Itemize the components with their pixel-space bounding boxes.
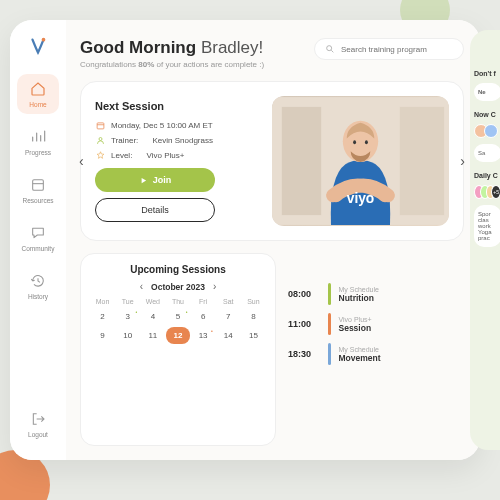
- calendar-day[interactable]: 6: [192, 308, 215, 325]
- svg-point-7: [99, 137, 102, 140]
- svg-point-0: [42, 38, 46, 42]
- calendar-dow: Wed: [141, 298, 164, 305]
- sidebar-item-label: History: [28, 293, 48, 300]
- svg-text:viyo: viyo: [347, 191, 375, 206]
- calendar-day[interactable]: 10: [116, 327, 139, 344]
- calendar-day[interactable]: 15: [242, 327, 265, 344]
- session-date-row: Monday, Dec 5 10:00 AM ET: [95, 120, 260, 130]
- app-window: Home Progress Resources Community Histor…: [10, 20, 480, 460]
- session-row[interactable]: 11:00 Vivo Plus+ Session: [288, 311, 464, 337]
- calendar-icon: [95, 120, 105, 130]
- sidebar-item-label: Home: [29, 101, 46, 108]
- peek-heading-1: Don't f: [474, 70, 500, 77]
- calendar-card: Upcoming Sessions ‹ October 2023 › MonTu…: [80, 253, 276, 446]
- prev-session-button[interactable]: ‹: [79, 153, 84, 169]
- next-session-button[interactable]: ›: [460, 153, 465, 169]
- calendar-day[interactable]: 13•: [192, 327, 215, 344]
- session-color-bar: [328, 283, 331, 305]
- calendar-day[interactable]: 9: [91, 327, 114, 344]
- calendar-day-marker: •: [211, 328, 213, 334]
- calendar-day[interactable]: 7: [217, 308, 240, 325]
- calendar-day[interactable]: 3•: [116, 308, 139, 325]
- play-icon: [139, 176, 148, 185]
- sidebar-item-history[interactable]: History: [17, 266, 59, 306]
- resources-icon: [29, 176, 47, 194]
- page-title: Good Morning Bradley!: [80, 38, 264, 58]
- session-time: 18:30: [288, 349, 320, 359]
- sub-greeting: Congratulations 80% of your actions are …: [80, 60, 264, 69]
- sidebar-item-progress[interactable]: Progress: [17, 122, 59, 162]
- calendar-day[interactable]: 4: [141, 308, 164, 325]
- next-session-title: Next Session: [95, 100, 260, 112]
- calendar-days-grid: 23•45•678910111213•1415: [91, 308, 265, 344]
- session-row[interactable]: 08:00 My Schedule Nutrition: [288, 281, 464, 307]
- session-category: Vivo Plus+: [339, 316, 372, 323]
- calendar-dow: Tue: [116, 298, 139, 305]
- session-list: 08:00 My Schedule Nutrition 11:00 Vivo P…: [288, 253, 464, 446]
- topbar: Good Morning Bradley! Congratulations 80…: [80, 38, 464, 69]
- session-time: 11:00: [288, 319, 320, 329]
- calendar-day[interactable]: 5•: [166, 308, 189, 325]
- details-button[interactable]: Details: [95, 198, 215, 222]
- svg-point-12: [353, 140, 356, 144]
- logo-icon: [27, 36, 49, 58]
- next-session-card: ‹ Next Session Monday, Dec 5 10:00 AM ET…: [80, 81, 464, 241]
- session-name: Movement: [339, 353, 381, 363]
- sidebar-item-home[interactable]: Home: [17, 74, 59, 114]
- avatar-more: +5: [491, 185, 500, 199]
- search-box[interactable]: [314, 38, 464, 60]
- calendar-day[interactable]: 14: [217, 327, 240, 344]
- progress-icon: [29, 128, 47, 146]
- peek-card-3: SporclasworkYogaprac: [474, 205, 500, 247]
- peek-card-2: Sa: [474, 144, 500, 162]
- calendar-day[interactable]: 11: [141, 327, 164, 344]
- sidebar-item-logout[interactable]: Logout: [17, 404, 59, 444]
- sidebar-item-label: Logout: [28, 431, 48, 438]
- side-panel-peek: Don't f Ne Now C Sa Daily C +5 Sporclasw…: [470, 30, 500, 450]
- session-color-bar: [328, 313, 331, 335]
- session-name: Nutrition: [339, 293, 379, 303]
- search-input[interactable]: [341, 45, 453, 54]
- calendar-month: October 2023: [151, 282, 205, 292]
- star-icon: [95, 150, 105, 160]
- avatar-group: +5: [474, 185, 500, 199]
- calendar-day-marker: •: [136, 309, 138, 315]
- sidebar-item-label: Progress: [25, 149, 51, 156]
- calendar-day[interactable]: 2: [91, 308, 114, 325]
- session-row[interactable]: 18:30 My Schedule Movement: [288, 341, 464, 367]
- session-time: 08:00: [288, 289, 320, 299]
- session-level-row: Level: Vivo Plus+: [95, 150, 260, 160]
- svg-point-13: [365, 140, 368, 144]
- session-text: Vivo Plus+ Session: [339, 316, 372, 333]
- community-icon: [29, 224, 47, 242]
- join-button[interactable]: Join: [95, 168, 215, 192]
- next-session-info: Next Session Monday, Dec 5 10:00 AM ET T…: [95, 100, 260, 222]
- calendar-dow: Sun: [242, 298, 265, 305]
- main-panel: Good Morning Bradley! Congratulations 80…: [66, 20, 480, 460]
- avatar: [484, 124, 498, 138]
- next-month-button[interactable]: ›: [213, 281, 216, 292]
- calendar-day[interactable]: 8: [242, 308, 265, 325]
- svg-rect-10: [400, 107, 444, 215]
- sidebar-item-label: Resources: [22, 197, 53, 204]
- session-category: My Schedule: [339, 286, 379, 293]
- calendar-day[interactable]: 12: [166, 327, 189, 344]
- sidebar-item-resources[interactable]: Resources: [17, 170, 59, 210]
- trainer-illustration: viyo: [272, 96, 449, 226]
- prev-month-button[interactable]: ‹: [140, 281, 143, 292]
- peek-heading-2: Now C: [474, 111, 500, 118]
- home-icon: [29, 80, 47, 98]
- sidebar: Home Progress Resources Community Histor…: [10, 20, 66, 460]
- calendar-dow: Sat: [217, 298, 240, 305]
- session-color-bar: [328, 343, 331, 365]
- session-text: My Schedule Movement: [339, 346, 381, 363]
- logout-icon: [29, 410, 47, 428]
- greeting: Good Morning Bradley! Congratulations 80…: [80, 38, 264, 69]
- session-category: My Schedule: [339, 346, 381, 353]
- svg-rect-5: [97, 122, 104, 128]
- calendar-day-marker: •: [186, 309, 188, 315]
- session-trainer-row: Trainer: Kevin Snodgrass: [95, 135, 260, 145]
- search-icon: [325, 44, 335, 54]
- sidebar-item-community[interactable]: Community: [17, 218, 59, 258]
- avatar-group: [474, 124, 500, 138]
